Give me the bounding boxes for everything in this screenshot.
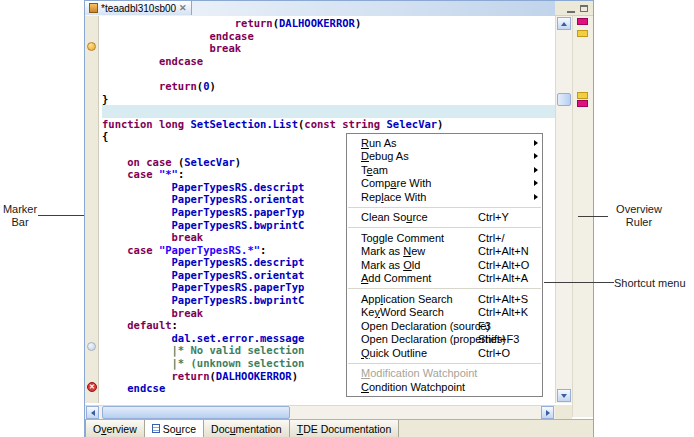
menu-item-application-search[interactable]: Application SearchCtrl+Alt+S bbox=[347, 292, 542, 306]
page-tab-overview[interactable]: Overview bbox=[85, 420, 145, 437]
page-tab-documentation[interactable]: Documentation bbox=[203, 420, 290, 437]
current-line-highlight bbox=[102, 105, 555, 118]
vertical-scrollbar[interactable] bbox=[555, 16, 572, 403]
menu-item-replace-with[interactable]: Replace With bbox=[347, 190, 542, 204]
code-line: return(DALHOOKERROR) bbox=[102, 17, 555, 30]
menu-item-team[interactable]: Team bbox=[347, 163, 542, 177]
submenu-arrow-icon bbox=[534, 194, 538, 200]
view-toolbar-corner bbox=[555, 1, 593, 15]
task-marker-icon[interactable] bbox=[87, 42, 96, 51]
menu-item-open-declaration-properties[interactable]: Open Declaration (properties)Shift+F3 bbox=[347, 333, 542, 347]
code-line: function long SetSelection.List(const st… bbox=[102, 118, 555, 131]
minimize-view-icon[interactable] bbox=[567, 4, 575, 13]
code-line: endcase bbox=[102, 55, 555, 68]
menu-accelerator: Ctrl+/ bbox=[478, 232, 505, 244]
menu-accelerator: Ctrl+Alt+S bbox=[478, 293, 528, 305]
menu-accelerator: Ctrl+Alt+A bbox=[478, 272, 528, 284]
scroll-up-button[interactable] bbox=[557, 17, 571, 30]
vertical-scrollbar-thumb[interactable] bbox=[557, 93, 571, 106]
overview-warning-marker[interactable] bbox=[577, 92, 588, 99]
scroll-left-icon bbox=[91, 410, 95, 416]
source-file-icon bbox=[152, 424, 160, 433]
scroll-down-button[interactable] bbox=[557, 389, 571, 402]
info-marker-icon[interactable] bbox=[87, 342, 96, 351]
menu-item-clean-source[interactable]: Clean SourceCtrl+Y bbox=[347, 211, 542, 225]
overview-ruler-label: Overview Ruler bbox=[606, 203, 672, 229]
horizontal-scrollbar[interactable] bbox=[85, 405, 555, 420]
maximize-view-icon[interactable] bbox=[580, 5, 588, 12]
context-menu: Run AsDebug AsTeamCompare WithReplace Wi… bbox=[346, 133, 543, 397]
overview-warning-marker[interactable] bbox=[577, 30, 588, 37]
marker-bar-callout-line bbox=[38, 215, 84, 216]
menu-item-modification-watchpoint[interactable]: Modification Watchpoint bbox=[347, 367, 542, 381]
menu-separator bbox=[348, 288, 541, 289]
menu-accelerator: Ctrl+Y bbox=[478, 211, 509, 223]
submenu-arrow-icon bbox=[534, 180, 538, 186]
editor-tab-title: *teaadbl310sb00 bbox=[101, 3, 176, 14]
submenu-arrow-icon bbox=[534, 140, 538, 146]
close-icon[interactable]: ✕ bbox=[179, 4, 187, 13]
scroll-right-icon bbox=[546, 410, 550, 416]
menu-item-keyword-search[interactable]: KeyWord SearchCtrl+Alt+K bbox=[347, 306, 542, 320]
menu-item-mark-as-old[interactable]: Mark as OldCtrl+Alt+O bbox=[347, 258, 542, 272]
submenu-arrow-icon bbox=[534, 167, 538, 173]
menu-accelerator: Shift+F3 bbox=[478, 333, 519, 345]
menu-separator bbox=[348, 363, 541, 364]
tde-source-file-icon bbox=[89, 3, 98, 13]
menu-item-compare-with[interactable]: Compare With bbox=[347, 177, 542, 191]
menu-item-open-declaration-source[interactable]: Open Declaration (source)F3 bbox=[347, 319, 542, 333]
menu-accelerator: Ctrl+Alt+O bbox=[478, 259, 529, 271]
menu-item-condition-watchpoint[interactable]: Condition Watchpoint bbox=[347, 380, 542, 394]
menu-item-mark-as-new[interactable]: Mark as NewCtrl+Alt+N bbox=[347, 245, 542, 259]
scroll-left-button[interactable] bbox=[86, 406, 99, 419]
code-line: break bbox=[102, 42, 555, 55]
menu-item-toggle-comment[interactable]: Toggle CommentCtrl+/ bbox=[347, 231, 542, 245]
shortcut-menu-callout-line bbox=[544, 282, 614, 283]
menu-item-debug-as[interactable]: Debug As bbox=[347, 150, 542, 164]
editor-tab-teaadbl310sb00[interactable]: *teaadbl310sb00 ✕ bbox=[85, 1, 192, 15]
overview-error-marker[interactable] bbox=[577, 100, 588, 107]
overview-ruler-callout-line bbox=[578, 216, 608, 217]
marker-bar-label: Marker Bar bbox=[0, 203, 40, 229]
menu-separator bbox=[348, 227, 541, 228]
editor-tab-strip: *teaadbl310sb00 ✕ bbox=[85, 1, 593, 17]
code-line: endcase bbox=[102, 30, 555, 43]
submenu-arrow-icon bbox=[534, 153, 538, 159]
page-tab-bar: OverviewSourceDocumentationTDE Documenta… bbox=[85, 419, 593, 437]
page-tab-source[interactable]: Source bbox=[144, 420, 204, 437]
scroll-right-button[interactable] bbox=[541, 406, 554, 419]
code-line: } bbox=[102, 93, 555, 106]
page-tab-tde-documentation[interactable]: TDE Documentation bbox=[289, 420, 400, 437]
menu-accelerator: Ctrl+Alt+N bbox=[478, 245, 529, 257]
code-line: return(0) bbox=[102, 80, 555, 93]
menu-accelerator: Ctrl+Alt+K bbox=[478, 306, 528, 318]
scroll-up-icon bbox=[561, 22, 567, 26]
menu-item-run-as[interactable]: Run As bbox=[347, 136, 542, 150]
menu-accelerator: F3 bbox=[478, 320, 491, 332]
overview-error-marker[interactable] bbox=[577, 18, 588, 25]
menu-separator bbox=[348, 207, 541, 208]
scroll-down-icon bbox=[561, 394, 567, 398]
shortcut-menu-label: Shortcut menu bbox=[614, 277, 694, 290]
menu-accelerator: Ctrl+O bbox=[478, 347, 510, 359]
scrollbar-corner bbox=[555, 405, 572, 419]
code-line bbox=[102, 67, 555, 80]
error-marker-icon[interactable]: ✕ bbox=[87, 382, 97, 392]
horizontal-scrollbar-thumb[interactable] bbox=[102, 406, 290, 419]
menu-item-quick-outline[interactable]: Quick OutlineCtrl+O bbox=[347, 346, 542, 360]
marker-bar[interactable]: ✕ bbox=[85, 16, 99, 403]
menu-item-add-comment[interactable]: Add CommentCtrl+Alt+A bbox=[347, 272, 542, 286]
